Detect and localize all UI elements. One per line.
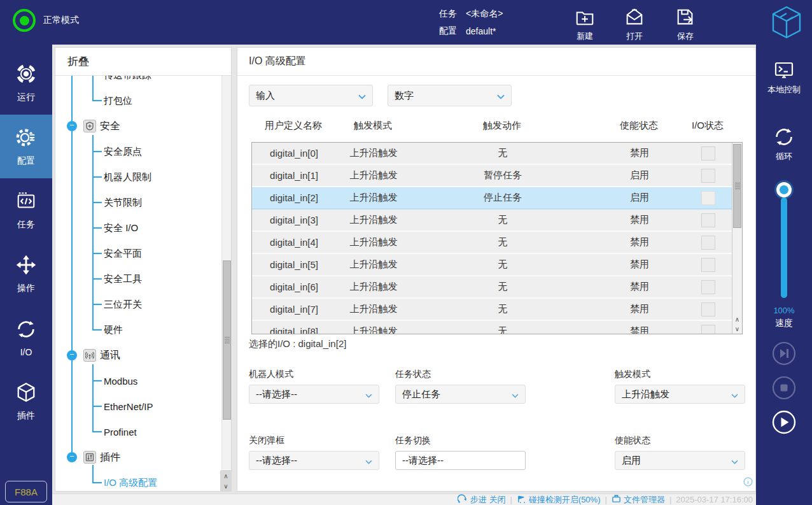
- tree-tick: [92, 482, 102, 483]
- terminal-icon: [756, 59, 812, 82]
- table-row[interactable]: digital_in[3] 上升沿触发 无 禁用: [252, 210, 732, 232]
- new-button[interactable]: 新建: [564, 6, 605, 42]
- table-row[interactable]: digital_in[1] 上升沿触发 暂停任务 启用: [252, 165, 732, 187]
- run-icon: [15, 63, 37, 87]
- play-button[interactable]: [771, 409, 797, 435]
- tree-item-three-position-switch[interactable]: 三位开关: [104, 297, 142, 312]
- file-manager-button[interactable]: 文件管理器: [612, 494, 665, 505]
- firmware-badge[interactable]: F88A: [5, 481, 47, 502]
- io-table-rows: digital_in[0] 上升沿触发 无 禁用 digital_in[1] 上…: [252, 143, 732, 334]
- table-row[interactable]: digital_in[7] 上升沿触发 无 禁用: [252, 299, 732, 321]
- trigger-mode-select[interactable]: 上升沿触发: [615, 385, 745, 404]
- trigger-action-cell: 无: [411, 214, 594, 226]
- io-state-checkbox[interactable]: [701, 213, 715, 227]
- table-row[interactable]: digital_in[5] 上升沿触发 无 禁用: [252, 254, 732, 276]
- task-switch-input[interactable]: --请选择--: [395, 451, 526, 470]
- nav-item-config[interactable]: 配置: [0, 115, 52, 178]
- close-popup-value: --请选择--: [256, 455, 297, 467]
- tree-scroll-arrows[interactable]: ∧ ∨: [220, 470, 232, 492]
- table-row[interactable]: digital_in[6] 上升沿触发 无 禁用: [252, 276, 732, 299]
- io-state-checkbox[interactable]: [701, 280, 715, 294]
- io-state-checkbox[interactable]: [701, 302, 715, 317]
- speed-slider-track[interactable]: [781, 197, 787, 298]
- io-name-cell: digital_in[4]: [252, 237, 336, 248]
- nav-item-task[interactable]: 任务: [0, 178, 52, 242]
- loop-button[interactable]: 循环: [756, 125, 812, 162]
- local-control-button[interactable]: 本地控制: [756, 59, 812, 96]
- collapse-node-communication[interactable]: −: [67, 350, 77, 360]
- speed-slider-thumb[interactable]: [776, 182, 792, 197]
- tree-item-conveyor-tracking[interactable]: 传送带跟踪: [104, 76, 151, 83]
- nav-item-operate[interactable]: 操作: [0, 242, 52, 306]
- enable-state-cell: 禁用: [594, 236, 685, 248]
- table-scrollbar-thumb[interactable]: [733, 144, 741, 228]
- table-row[interactable]: digital_in[0] 上升沿触发 无 禁用: [252, 143, 732, 165]
- close-popup-select[interactable]: --请选择--: [249, 451, 379, 470]
- tree-item-packing-position[interactable]: 打包位: [104, 93, 132, 108]
- collapse-tree-button[interactable]: 折叠: [55, 48, 231, 76]
- tree-scrollbar-thumb[interactable]: [223, 260, 231, 420]
- nav-item-io[interactable]: I/O: [0, 306, 52, 369]
- open-button[interactable]: 打开: [614, 6, 655, 42]
- scroll-up-icon[interactable]: ∧: [223, 473, 228, 480]
- trigger-action-cell: 无: [411, 281, 594, 293]
- trigger-mode-cell: 上升沿触发: [336, 147, 411, 159]
- io-type-select[interactable]: 数字: [388, 85, 512, 106]
- io-state-cell: [685, 258, 732, 272]
- tree-group-plugins[interactable]: 插件: [100, 451, 120, 464]
- table-row[interactable]: digital_in[2] 上升沿触发 停止任务 启用: [252, 187, 732, 210]
- speed-label: 速度: [756, 318, 812, 329]
- separator: |: [510, 495, 512, 504]
- step-mode-toggle[interactable]: 步进 关闭: [458, 494, 506, 505]
- scroll-up-icon[interactable]: ∧: [735, 316, 739, 323]
- trigger-action-cell: 无: [411, 259, 594, 271]
- nav-item-run[interactable]: 运行: [0, 51, 52, 115]
- tree-item-modbus[interactable]: Modbus: [104, 373, 137, 388]
- tree-item-hardware[interactable]: 硬件: [104, 322, 123, 338]
- io-state-checkbox[interactable]: [701, 169, 715, 183]
- io-name-cell: digital_in[5]: [252, 259, 336, 270]
- tree-scrollbar[interactable]: [221, 76, 231, 469]
- scroll-down-icon[interactable]: ∨: [223, 483, 228, 490]
- collision-detection-toggle[interactable]: 碰撞检测开启(50%): [517, 494, 601, 505]
- io-state-checkbox[interactable]: [701, 325, 715, 335]
- io-direction-select[interactable]: 输入: [249, 85, 373, 106]
- tree-item-io-advanced-config[interactable]: I/O 高级配置: [104, 475, 157, 490]
- enable-state-select[interactable]: 启用: [615, 451, 745, 470]
- tree-item-safety-plane[interactable]: 安全平面: [104, 246, 142, 261]
- tree-item-safety-tool[interactable]: 安全工具: [104, 271, 142, 287]
- tree-item-ethernet-ip[interactable]: EtherNet/IP: [104, 399, 153, 414]
- table-row[interactable]: digital_in[8] 上升沿触发 无 禁用: [252, 321, 732, 334]
- tree-item-profinet[interactable]: Profinet: [104, 424, 137, 439]
- stop-button[interactable]: [771, 375, 797, 401]
- io-state-checkbox[interactable]: [701, 146, 715, 160]
- save-button[interactable]: 保存: [665, 6, 706, 42]
- collapse-label: 折叠: [67, 54, 89, 69]
- move-arrows-icon: [15, 254, 37, 278]
- robot-mode-select[interactable]: --请选择--: [249, 385, 379, 404]
- task-state-select[interactable]: 停止任务: [395, 385, 526, 404]
- table-row[interactable]: digital_in[4] 上升沿触发 无 禁用: [252, 232, 732, 254]
- tree-group-communication[interactable]: 通讯: [100, 349, 120, 362]
- table-scrollbar[interactable]: ∧ ∨: [732, 143, 742, 334]
- step-forward-button[interactable]: [771, 341, 797, 366]
- io-state-cell: [685, 169, 732, 183]
- io-name-cell: digital_in[7]: [252, 304, 336, 315]
- trigger-mode-label: 触发模式: [615, 369, 745, 380]
- io-state-checkbox[interactable]: [701, 258, 715, 272]
- trigger-action-cell: 暂停任务: [411, 169, 594, 181]
- io-state-checkbox[interactable]: [701, 236, 715, 250]
- tree-item-robot-limits[interactable]: 机器人限制: [104, 169, 151, 185]
- nav-item-plugin[interactable]: 插件: [0, 369, 52, 433]
- collapse-node-safety[interactable]: −: [67, 121, 77, 131]
- tree-item-joint-limits[interactable]: 关节限制: [104, 195, 142, 210]
- collapse-node-plugins[interactable]: −: [67, 452, 77, 462]
- io-state-checkbox[interactable]: [701, 191, 715, 205]
- tree-item-safety-home[interactable]: 安全原点: [104, 144, 142, 159]
- info-icon[interactable]: [743, 477, 753, 489]
- tree-group-safety[interactable]: 安全: [100, 120, 120, 133]
- robot-mode-indicator[interactable]: 正常模式: [13, 9, 79, 32]
- tree-item-safety-io[interactable]: 安全 I/O: [104, 220, 138, 236]
- cube-icon: [15, 381, 37, 406]
- scroll-down-icon[interactable]: ∨: [735, 325, 739, 332]
